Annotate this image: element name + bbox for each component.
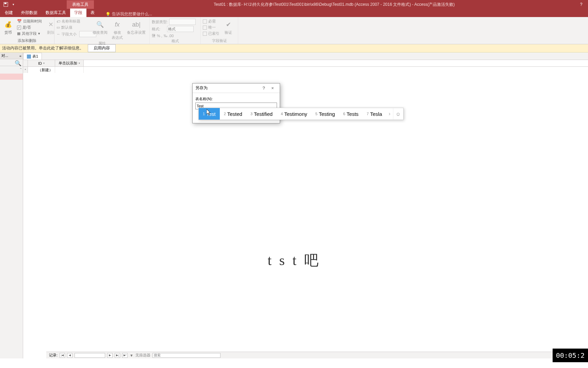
security-message: 活动内容已被禁用。单击此处了解详细信息。 [2,45,84,51]
record-label: 记录: [49,353,58,358]
first-record-button[interactable]: |◀ [60,353,65,358]
group-label: 属性 [56,41,148,46]
datasheet-header: ID▾ 单击以添加▾ [23,60,588,67]
ribbon-group-properties: 🏷名称和标题 ▭默认值 ↔字段大小 🔍修改查阅 fx修改 表达式 ab|备忘录设… [54,17,150,44]
ribbon-group-validation: 必需 唯一 已索引 ✔验证 字段验证 [201,17,238,44]
more-fields-button[interactable]: ▦其他字段 ▾ [16,31,43,36]
recording-timer: 00:05:2 [553,349,588,362]
tab-external-data[interactable]: 外部数据 [17,9,42,17]
document-tabs: 表1 [23,52,588,60]
memo-settings-button[interactable]: ab|备忘录设置 [126,18,147,36]
collapse-nav-icon[interactable]: « [19,54,21,58]
size-icon: ↔ [56,32,60,36]
dialog-close-button[interactable]: × [268,86,277,91]
dropdown-icon[interactable]: ▾ [43,62,45,65]
tell-me-search[interactable]: 💡 告诉我您想要做什么... [99,11,152,17]
table-name-label: 表名称(N): [195,96,277,102]
column-header-id[interactable]: ID▾ [28,60,55,66]
ime-candidate-6[interactable]: 6Tests [339,108,362,120]
default-icon: ▭ [56,25,60,30]
nav-section-collapse-icon[interactable]: ⌃ [19,67,22,71]
navigation-pane[interactable]: 对... « 🔍 ⌃ [0,52,23,358]
nav-pane-header[interactable]: 对... « [0,52,23,59]
validate-icon: ✔ [223,19,234,30]
checkbox-icon [203,26,207,30]
ime-emoji-button[interactable]: ☺ [393,108,403,120]
record-navigator: 记录: |◀ ◀ ▶ ▶| ▶* ▼ 无筛选器 [46,352,588,358]
checkbox-icon: ✓ [17,26,21,30]
new-row-marker: * [23,67,28,73]
new-record-button[interactable]: ▶* [122,353,128,358]
svg-rect-1 [4,3,6,4]
lightbulb-icon: 💡 [105,12,111,17]
datasheet[interactable]: ID▾ 单击以添加▾ * （新建） [23,60,588,73]
video-subtitle: t s t 吧 [0,251,588,270]
no-filter-label: 无筛选器 [135,353,150,358]
unique-checkbox[interactable]: 唯一 [202,25,220,30]
ime-candidate-7[interactable]: 7Tesla [363,108,386,120]
ime-candidate-bar[interactable]: 1Test 2Tested 3Testified 4Testimony 5Tes… [198,108,404,120]
nav-selected-item[interactable] [0,74,23,80]
search-input[interactable] [152,353,220,358]
ime-candidate-5[interactable]: 5Testing [311,108,339,120]
search-icon[interactable]: 🔍 [15,60,21,65]
window-title: Test01 : 数据库- H:\1\持久化存参\Test001\Test001… [94,2,574,7]
ime-next-page-icon[interactable]: › [386,111,393,117]
column-header-add[interactable]: 单击以添加▾ [55,60,84,66]
tab-database-tools[interactable]: 数据库工具 [42,9,70,17]
data-type-select[interactable] [169,19,196,25]
currency-button[interactable]: 💰货币 [1,18,15,36]
group-label: 格式 [151,39,199,44]
required-checkbox[interactable]: 必需 [202,18,220,24]
data-type-row: 数据类型: [151,18,199,25]
dialog-help-button[interactable]: ? [259,86,268,91]
ribbon-group-add-delete: 💰货币 📅日期和时间 ✓是/否 ▦其他字段 ▾ ✕删除 添加和删除 [0,17,54,44]
nav-search-row[interactable]: 🔍 [0,59,23,66]
table-row-new[interactable]: * （新建） [23,67,588,73]
contextual-tab-group: 表格工具 [67,0,94,9]
ime-candidate-3[interactable]: 3Testified [246,108,277,120]
yes-no-button[interactable]: ✓是/否 [16,25,43,30]
field-size-button[interactable]: ↔字段大小 [56,31,90,37]
record-number-input[interactable] [75,353,105,358]
next-record-button[interactable]: ▶ [107,353,113,358]
checkbox-icon [203,19,207,24]
default-value-button[interactable]: ▭默认值 [56,25,90,30]
modify-expression-button[interactable]: fx修改 表达式 [110,18,124,41]
more-fields-icon: ▦ [17,31,20,36]
tab-fields[interactable]: 字段 [70,9,86,17]
main-area: 对... « 🔍 ⌃ 表1 ID▾ 单击以添加▾ * （新建） [0,52,588,358]
qat-dropdown-icon[interactable]: ▾ [10,1,17,8]
prev-record-button[interactable]: ◀ [67,353,72,358]
dialog-title-bar[interactable]: 另存为 ? × [193,83,280,93]
lookup-icon: 🔍 [95,19,105,30]
cell-add-new[interactable] [55,67,84,73]
select-all-corner[interactable] [23,60,28,66]
number-format-row[interactable]: 鹽% , ‰ .00 [151,33,199,39]
currency-symbol-icon: 鹽 [152,33,156,38]
format-select[interactable] [167,26,194,32]
quick-access-toolbar: ▾ [0,1,19,8]
dropdown-icon[interactable]: ▾ [79,62,80,65]
date-time-button[interactable]: 📅日期和时间 [16,18,43,24]
last-record-button[interactable]: ▶| [115,353,120,358]
modify-lookup-button[interactable]: 🔍修改查阅 [91,18,109,36]
ime-candidate-4[interactable]: 4Testimony [277,108,311,120]
validate-button[interactable]: ✔验证 [222,18,235,36]
ribbon-tabs: 创建 外部数据 数据库工具 字段 表 💡 告诉我您想要做什么... [0,9,588,17]
save-icon[interactable] [2,1,10,8]
tab-create[interactable]: 创建 [1,9,17,17]
ime-candidate-1[interactable]: 1Test [199,108,220,120]
help-button[interactable]: ? [574,2,588,7]
cell-id-new[interactable]: （新建） [28,67,55,73]
format-row: 格式: [151,26,199,32]
tab-table[interactable]: 表 [86,9,99,17]
document-tab-table1[interactable]: 表1 [23,53,42,60]
indexed-checkbox[interactable]: 已索引 [202,31,220,36]
ime-candidate-2[interactable]: 2Tested [220,108,246,120]
name-title-button[interactable]: 🏷名称和标题 [56,18,90,24]
group-label: 字段验证 [202,38,236,43]
ribbon-content: 💰货币 📅日期和时间 ✓是/否 ▦其他字段 ▾ ✕删除 添加和删除 🏷名称和标题… [0,17,588,44]
tell-me-placeholder: 告诉我您想要做什么... [112,11,152,17]
filter-icon[interactable]: ▼ [130,353,133,357]
